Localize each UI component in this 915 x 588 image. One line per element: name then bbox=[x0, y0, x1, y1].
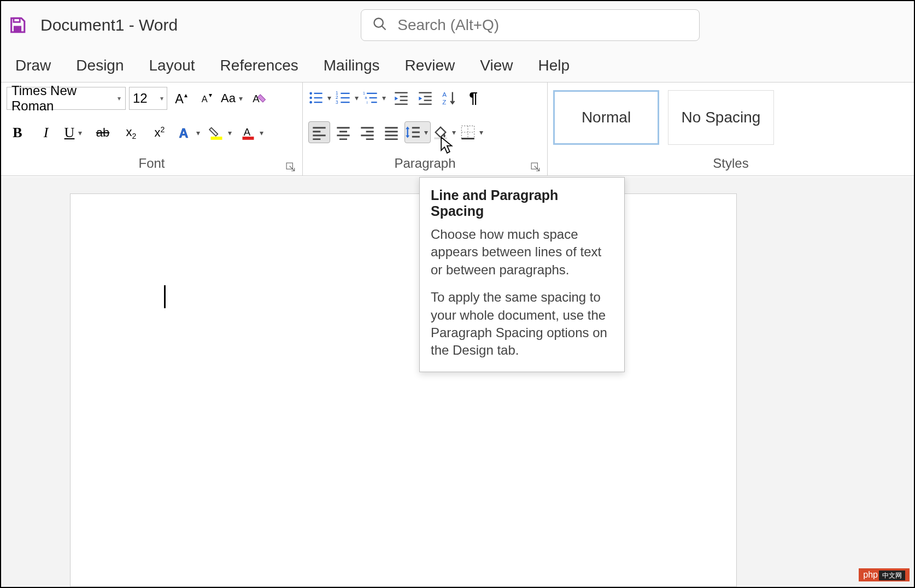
sort-button[interactable]: AZ bbox=[438, 87, 460, 109]
tab-layout[interactable]: Layout bbox=[147, 54, 197, 78]
superscript-button[interactable]: x2 bbox=[149, 122, 171, 144]
font-name-value: Times New Roman bbox=[11, 83, 118, 114]
group-styles: Normal No Spacing Styles bbox=[548, 83, 914, 175]
save-icon[interactable] bbox=[7, 14, 28, 36]
bold-button[interactable]: B bbox=[7, 122, 28, 144]
align-left-button[interactable] bbox=[308, 121, 330, 143]
paragraph-dialog-launcher[interactable] bbox=[531, 160, 541, 170]
svg-rect-10 bbox=[211, 137, 222, 140]
title-bar: Document1 - Word bbox=[1, 1, 914, 49]
multilevel-list-button[interactable]: 1ai▾ bbox=[363, 87, 388, 109]
grow-font-button[interactable]: A▴ bbox=[171, 87, 192, 109]
font-dialog-launcher[interactable] bbox=[286, 160, 296, 170]
justify-button[interactable] bbox=[380, 121, 402, 143]
search-icon bbox=[372, 16, 397, 34]
line-spacing-button[interactable]: ▾ bbox=[404, 121, 431, 143]
svg-text:i: i bbox=[367, 101, 368, 104]
svg-text:A: A bbox=[202, 94, 208, 104]
tab-review[interactable]: Review bbox=[402, 54, 457, 78]
group-label-styles: Styles bbox=[553, 156, 908, 173]
svg-text:A: A bbox=[175, 92, 184, 106]
borders-button[interactable]: ▾ bbox=[460, 121, 485, 143]
text-effects-button[interactable]: A▾ bbox=[177, 122, 202, 144]
svg-text:1: 1 bbox=[363, 91, 365, 95]
group-paragraph: ▾ 123▾ 1ai▾ AZ ¶ bbox=[303, 83, 548, 175]
align-right-button[interactable] bbox=[356, 121, 378, 143]
svg-text:3: 3 bbox=[336, 100, 338, 105]
group-label-font: Font bbox=[7, 156, 297, 173]
font-color-button[interactable]: A▾ bbox=[241, 122, 266, 144]
strikethrough-button[interactable]: ab bbox=[92, 122, 114, 144]
tab-references[interactable]: References bbox=[218, 54, 301, 78]
show-hide-button[interactable]: ¶ bbox=[462, 87, 484, 109]
svg-text:Z: Z bbox=[442, 98, 446, 105]
svg-text:▴: ▴ bbox=[184, 91, 187, 98]
document-title: Document1 - Word bbox=[40, 16, 178, 34]
style-no-spacing[interactable]: No Spacing bbox=[668, 90, 774, 145]
svg-rect-12 bbox=[243, 137, 254, 140]
ribbon: Times New Roman ▾ 12 ▾ A▴ A▾ Aa▾ A B I bbox=[1, 82, 914, 176]
tooltip-title: Line and Paragraph Spacing bbox=[431, 187, 613, 219]
style-normal[interactable]: Normal bbox=[553, 90, 659, 145]
text-cursor bbox=[164, 285, 166, 308]
svg-text:▾: ▾ bbox=[209, 91, 212, 98]
watermark: php中文网 bbox=[859, 568, 910, 581]
svg-text:A: A bbox=[253, 93, 260, 104]
svg-text:A: A bbox=[244, 126, 251, 138]
tab-help[interactable]: Help bbox=[536, 54, 572, 78]
italic-button[interactable]: I bbox=[35, 122, 57, 144]
increase-indent-button[interactable] bbox=[414, 87, 436, 109]
highlight-button[interactable]: ▾ bbox=[209, 122, 234, 144]
font-size-combo[interactable]: 12 ▾ bbox=[129, 87, 167, 110]
svg-text:A: A bbox=[442, 91, 447, 98]
svg-line-3 bbox=[382, 26, 386, 30]
svg-rect-0 bbox=[14, 18, 20, 22]
svg-point-14 bbox=[309, 92, 312, 95]
tab-draw[interactable]: Draw bbox=[13, 54, 53, 78]
tab-view[interactable]: View bbox=[478, 54, 515, 78]
tooltip-text-2: To apply the same spacing to your whole … bbox=[431, 289, 613, 360]
tab-design[interactable]: Design bbox=[74, 54, 126, 78]
decrease-indent-button[interactable] bbox=[390, 87, 412, 109]
search-input[interactable] bbox=[397, 16, 688, 34]
group-font: Times New Roman ▾ 12 ▾ A▴ A▾ Aa▾ A B I bbox=[1, 83, 303, 175]
chevron-down-icon: ▾ bbox=[118, 95, 121, 102]
svg-text:a: a bbox=[365, 96, 367, 99]
svg-rect-1 bbox=[14, 26, 21, 32]
ribbon-tabs: Draw Design Layout References Mailings R… bbox=[1, 49, 914, 82]
svg-text:A: A bbox=[179, 126, 189, 140]
shrink-font-button[interactable]: A▾ bbox=[196, 87, 218, 109]
underline-button[interactable]: U▾ bbox=[63, 122, 85, 144]
tooltip-line-spacing: Line and Paragraph Spacing Choose how mu… bbox=[419, 177, 625, 372]
numbering-button[interactable]: 123▾ bbox=[336, 87, 361, 109]
tab-mailings[interactable]: Mailings bbox=[321, 54, 382, 78]
font-size-value: 12 bbox=[133, 91, 148, 106]
mouse-cursor-icon bbox=[441, 137, 454, 153]
chevron-down-icon: ▾ bbox=[160, 95, 163, 102]
svg-point-18 bbox=[309, 101, 312, 104]
bullets-button[interactable]: ▾ bbox=[308, 87, 333, 109]
group-label-paragraph: Paragraph bbox=[308, 156, 542, 173]
document-page[interactable] bbox=[70, 193, 737, 587]
svg-point-16 bbox=[309, 97, 312, 99]
search-box[interactable] bbox=[361, 9, 700, 41]
font-name-combo[interactable]: Times New Roman ▾ bbox=[7, 87, 126, 110]
change-case-button[interactable]: Aa▾ bbox=[221, 87, 245, 109]
tooltip-text-1: Choose how much space appears between li… bbox=[431, 226, 613, 279]
svg-point-2 bbox=[374, 19, 383, 27]
subscript-button[interactable]: x2 bbox=[120, 122, 142, 144]
align-center-button[interactable] bbox=[332, 121, 354, 143]
clear-formatting-button[interactable]: A bbox=[249, 87, 271, 109]
